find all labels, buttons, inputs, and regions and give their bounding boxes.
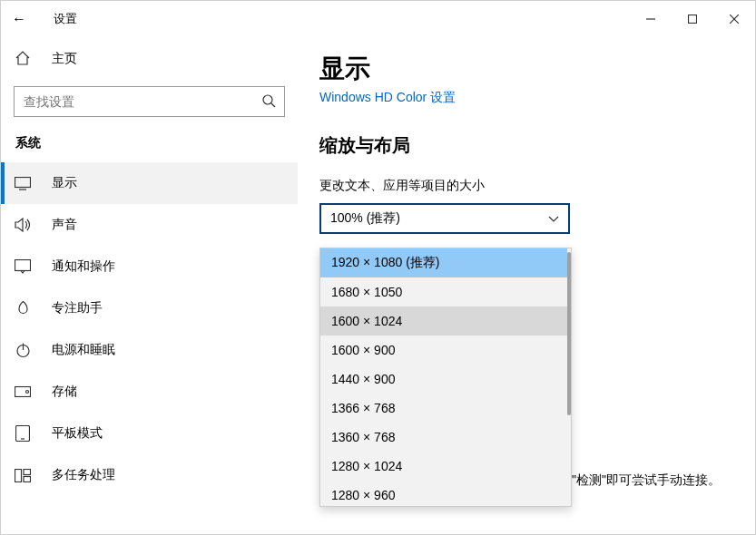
sidebar-item-display[interactable]: 显示 (1, 162, 298, 204)
sidebar-item-power-sleep[interactable]: 电源和睡眠 (1, 329, 298, 371)
maximize-button[interactable] (672, 5, 713, 34)
svg-rect-6 (15, 177, 31, 187)
sidebar-nav: 显示 声音 通知和操作 (1, 162, 298, 534)
resolution-option[interactable]: 1920 × 1080 (推荐) (320, 248, 567, 277)
display-icon (14, 177, 32, 190)
sidebar-item-label: 平板模式 (52, 425, 103, 442)
search-input-wrap[interactable] (14, 86, 285, 117)
resolution-dropdown[interactable]: 1920 × 1080 (推荐)1680 × 10501600 × 102416… (319, 248, 572, 507)
back-button[interactable]: ← (1, 11, 37, 27)
sidebar-item-multitask[interactable]: 多任务处理 (1, 454, 298, 496)
power-icon (14, 343, 32, 358)
svg-rect-15 (15, 469, 22, 482)
resolution-option[interactable]: 1280 × 1024 (320, 452, 567, 481)
home-icon (14, 50, 32, 69)
sidebar-section-label: 系统 (1, 135, 298, 162)
resolution-option[interactable]: 1280 × 960 (320, 481, 567, 506)
sidebar-item-tablet-mode[interactable]: 平板模式 (1, 413, 298, 454)
sidebar-item-label: 通知和操作 (52, 258, 115, 275)
section-heading-scale: 缩放与布局 (319, 133, 733, 158)
search-input[interactable] (15, 87, 253, 116)
scale-value: 100% (推荐) (330, 210, 400, 227)
sidebar-item-label: 电源和睡眠 (52, 342, 115, 358)
focus-assist-icon (14, 301, 32, 316)
resolution-option[interactable]: 1600 × 1024 (320, 306, 567, 336)
dropdown-scrollbar[interactable] (567, 248, 571, 506)
svg-rect-8 (15, 260, 31, 271)
home-nav[interactable]: 主页 (1, 41, 298, 77)
home-label: 主页 (52, 51, 77, 67)
minimize-button[interactable] (630, 5, 672, 34)
svg-point-4 (263, 95, 272, 104)
storage-icon (14, 386, 32, 397)
sidebar-item-storage[interactable]: 存储 (1, 371, 298, 413)
tablet-icon (14, 425, 32, 442)
resolution-option[interactable]: 1600 × 900 (320, 336, 567, 365)
svg-rect-16 (24, 469, 31, 474)
page-title: 显示 (319, 52, 733, 86)
close-button[interactable] (713, 5, 755, 34)
search-icon (253, 93, 284, 111)
svg-rect-1 (689, 15, 697, 24)
multitask-icon (14, 469, 32, 482)
svg-rect-17 (24, 476, 31, 482)
sidebar-item-label: 专注助手 (52, 300, 103, 316)
sidebar-item-label: 存储 (52, 384, 77, 400)
svg-point-12 (26, 391, 29, 394)
scale-combobox[interactable]: 100% (推荐) (319, 203, 570, 234)
scale-field-label: 更改文本、应用等项目的大小 (319, 178, 733, 194)
window-title: 设置 (54, 12, 77, 27)
resolution-option[interactable]: 1680 × 1050 (320, 277, 567, 306)
sidebar-item-label: 显示 (52, 175, 77, 191)
sidebar-item-focus-assist[interactable]: 专注助手 (1, 287, 298, 329)
sound-icon (14, 218, 32, 232)
svg-line-5 (271, 103, 275, 107)
sidebar-item-notifications[interactable]: 通知和操作 (1, 246, 298, 287)
hd-color-link[interactable]: Windows HD Color 设置 (319, 90, 733, 106)
resolution-option[interactable]: 1366 × 768 (320, 394, 567, 423)
scrollbar-thumb[interactable] (567, 252, 571, 415)
detect-hint-text: "检测"即可尝试手动连接。 (572, 472, 721, 489)
sidebar-item-label: 多任务处理 (52, 467, 115, 483)
chevron-down-icon (548, 211, 559, 226)
sidebar-item-label: 声音 (52, 217, 77, 233)
resolution-option[interactable]: 1440 × 900 (320, 365, 567, 394)
resolution-option[interactable]: 1360 × 768 (320, 423, 567, 452)
notifications-icon (14, 259, 32, 274)
sidebar-item-sound[interactable]: 声音 (1, 204, 298, 246)
